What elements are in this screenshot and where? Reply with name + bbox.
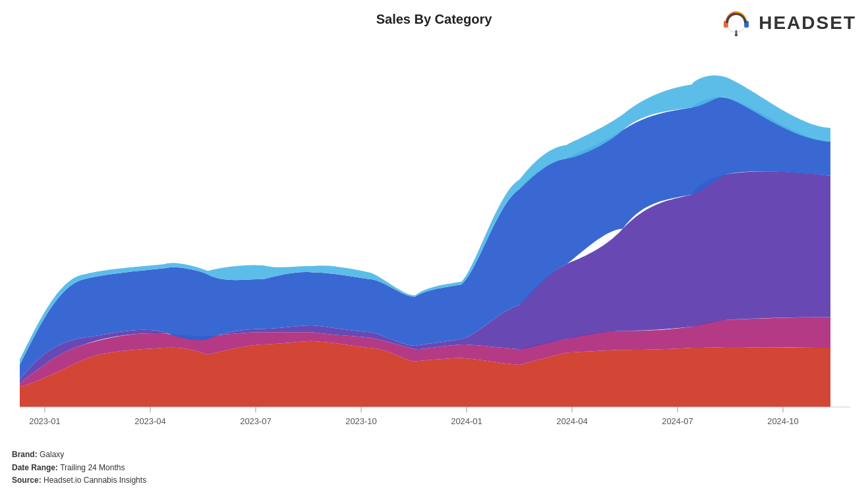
chart-svg: 2023-01 2023-04 2023-07 2023-10 2024-01 … xyxy=(0,40,868,448)
x-label-5: 2024-04 xyxy=(556,416,588,426)
footer-date-range: Date Range: Trailing 24 Months xyxy=(12,462,146,474)
x-label-7: 2024-10 xyxy=(767,416,799,426)
source-label: Source: xyxy=(12,476,42,485)
date-range-value: Trailing 24 Months xyxy=(60,463,125,472)
footer-info: Brand: Galaxy Date Range: Trailing 24 Mo… xyxy=(12,449,146,487)
svg-point-3 xyxy=(735,34,738,36)
brand-label: Brand: xyxy=(12,450,38,459)
x-label-6: 2024-07 xyxy=(662,416,693,426)
x-label-1: 2023-04 xyxy=(134,416,166,426)
x-label-0: 2023-01 xyxy=(29,416,61,426)
x-label-3: 2023-10 xyxy=(345,416,377,426)
chart-container: Sales By Category HEADSET Concentrates xyxy=(0,0,868,492)
footer-source: Source: Headset.io Cannabis Insights xyxy=(12,474,146,487)
headset-logo-icon xyxy=(719,9,753,37)
x-label-4: 2024-01 xyxy=(451,416,482,426)
headset-logo-text: HEADSET xyxy=(759,13,856,34)
footer-brand: Brand: Galaxy xyxy=(12,449,146,461)
source-value: Headset.io Cannabis Insights xyxy=(43,476,146,485)
brand-value: Galaxy xyxy=(40,450,64,459)
headset-logo: HEADSET xyxy=(719,9,856,37)
x-label-2: 2023-07 xyxy=(240,416,272,426)
date-range-label: Date Range: xyxy=(12,463,58,472)
